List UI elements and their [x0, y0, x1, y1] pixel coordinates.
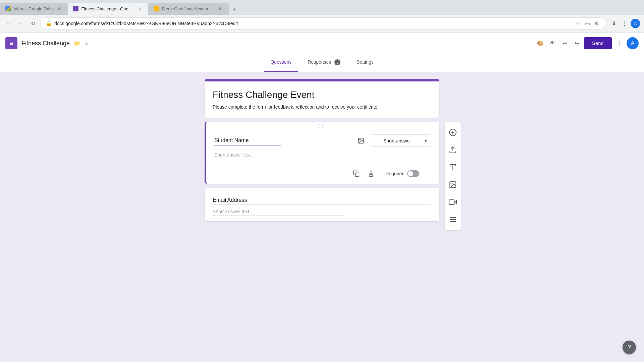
- add-image-button[interactable]: [445, 177, 461, 193]
- folder-icon[interactable]: 📁: [72, 39, 82, 48]
- short-answer-preview: Short answer text: [214, 152, 344, 159]
- question-body-email: Email Address Short answer text: [205, 188, 439, 221]
- tab-settings-label: Settings: [357, 59, 374, 65]
- lock-icon: 🔒: [46, 21, 52, 26]
- question-footer: Required ⋮: [206, 165, 439, 184]
- dropdown-arrow-icon: ▾: [424, 137, 427, 144]
- form-container: Fitness Challenge Event Please complete …: [205, 79, 439, 350]
- answer-type-label: Short answer: [383, 138, 422, 143]
- bookmark-icon[interactable]: ☆: [574, 19, 582, 27]
- cursor-indicator: I: [281, 137, 283, 143]
- tab-responses-label: Responses: [308, 59, 331, 65]
- help-button[interactable]: ?: [623, 341, 636, 354]
- question-card-email[interactable]: Email Address Short answer text: [205, 188, 439, 221]
- tab-questions[interactable]: Questions: [264, 54, 298, 72]
- gdrive-icon: [5, 6, 11, 11]
- form-title: Fitness Challenge Event: [213, 89, 431, 100]
- svg-marker-11: [454, 200, 457, 204]
- question-card-student-name[interactable]: ⋮⋮⋮ I —: [205, 122, 439, 184]
- tab-title-gdrive: Video - Google Drive: [13, 6, 54, 11]
- undo-icon[interactable]: ↩: [560, 39, 569, 48]
- header-actions: 🎨 👁 ↩ ↪ Send ⋮ A: [536, 37, 639, 49]
- import-question-button[interactable]: [445, 142, 461, 158]
- sidebar-toolbar: [445, 122, 461, 230]
- short-answer-icon: —: [375, 138, 381, 144]
- tab-close-gmail[interactable]: ✕: [217, 6, 223, 12]
- add-section-button[interactable]: [445, 212, 461, 228]
- tab-questions-label: Questions: [270, 59, 291, 65]
- tab-close-gdrive[interactable]: ✕: [56, 6, 62, 12]
- tab-settings[interactable]: Settings: [350, 54, 380, 72]
- add-image-to-question-button[interactable]: [355, 135, 367, 147]
- tab-close-gforms[interactable]: ✕: [137, 6, 143, 12]
- app-title: Fitness Challenge: [21, 40, 70, 47]
- drag-handle: ⋮⋮⋮: [206, 122, 439, 129]
- svg-rect-2: [356, 173, 359, 177]
- tab-responses[interactable]: Responses 3: [301, 54, 347, 72]
- send-button[interactable]: Send: [584, 37, 612, 49]
- gmail-icon: [154, 6, 159, 11]
- svg-rect-12: [449, 200, 454, 204]
- form-description: Please complete the form for feedback, r…: [213, 104, 431, 110]
- address-actions: ☆ ▭ ⚙: [574, 19, 601, 27]
- copy-question-button[interactable]: [350, 168, 362, 180]
- app-header: ≡ Fitness Challenge 📁 ☆ 🎨 👁 ↩ ↪ Send ⋮ A: [0, 33, 644, 54]
- more-options-button[interactable]: ⋮: [422, 168, 434, 180]
- profile-avatar[interactable]: A: [631, 19, 640, 28]
- gforms-icon: [73, 6, 78, 11]
- question-row: I — Short answer ▾: [214, 134, 431, 147]
- tab-title-gmail: Biege Certificate Accomplishmen...: [162, 6, 215, 11]
- url-text: docs.google.com/forms/d/1zOlzl2dMMcBW2-B…: [54, 21, 571, 26]
- form-tabs: Questions Responses 3 Settings: [0, 54, 644, 72]
- browser-chrome: Video - Google Drive ✕ Fitness Challenge…: [0, 0, 644, 33]
- app-logo: ≡: [5, 37, 17, 49]
- forms-logo-icon: ≡: [9, 40, 13, 47]
- required-label: Required: [385, 171, 405, 176]
- star-icon[interactable]: ☆: [82, 39, 91, 48]
- main-content: Fitness Challenge Event Please complete …: [0, 72, 644, 356]
- user-avatar[interactable]: A: [627, 37, 639, 49]
- question-body-student-name: I — Short answer ▾: [206, 129, 439, 165]
- question-title-input[interactable]: [214, 136, 281, 145]
- extension-icon[interactable]: ⚙: [593, 19, 601, 27]
- tab-bar: Video - Google Drive ✕ Fitness Challenge…: [0, 0, 644, 15]
- new-tab-button[interactable]: +: [229, 4, 239, 15]
- responses-badge: 3: [334, 59, 340, 65]
- email-answer-preview: Short answer text: [213, 209, 344, 216]
- svg-point-1: [360, 139, 361, 140]
- settings-icon[interactable]: ⋮: [620, 19, 629, 28]
- more-options-icon[interactable]: ⋮: [614, 39, 624, 48]
- palette-icon[interactable]: 🎨: [536, 39, 545, 48]
- redo-icon[interactable]: ↪: [572, 39, 581, 48]
- question-input-wrapper: I: [214, 136, 351, 145]
- address-bar-row: ← → ↻ 🔒 docs.google.com/forms/d/1zOlzl2d…: [0, 15, 644, 32]
- add-title-button[interactable]: [445, 159, 461, 175]
- required-toggle[interactable]: [407, 170, 419, 177]
- download-icon[interactable]: ⬇: [609, 19, 619, 28]
- answer-type-dropdown[interactable]: — Short answer ▾: [371, 134, 431, 147]
- email-question-label: Email Address: [213, 196, 431, 205]
- reload-button[interactable]: ↻: [28, 19, 38, 28]
- delete-question-button[interactable]: [365, 168, 377, 180]
- browser-toolbar-right: ⬇ ⋮ A: [609, 19, 640, 28]
- add-question-button[interactable]: [445, 124, 461, 140]
- add-video-button[interactable]: [445, 194, 461, 210]
- svg-point-10: [451, 183, 452, 184]
- forward-button[interactable]: →: [16, 19, 25, 28]
- browser-tab-gmail[interactable]: Biege Certificate Accomplishmen... ✕: [148, 3, 229, 15]
- browser-tab-gforms[interactable]: Fitness Challenge - Google Form... ✕: [68, 3, 148, 15]
- cast-icon[interactable]: ▭: [583, 19, 591, 27]
- address-bar[interactable]: 🔒 docs.google.com/forms/d/1zOlzl2dMMcBW2…: [40, 17, 606, 29]
- tab-title-gforms: Fitness Challenge - Google Form...: [81, 6, 134, 11]
- toggle-slider: [407, 170, 419, 177]
- preview-icon[interactable]: 👁: [548, 39, 557, 48]
- browser-tab-gdrive[interactable]: Video - Google Drive ✕: [0, 3, 68, 15]
- back-button[interactable]: ←: [4, 19, 13, 28]
- form-header-card: Fitness Challenge Event Please complete …: [205, 79, 439, 118]
- divider: [381, 170, 381, 178]
